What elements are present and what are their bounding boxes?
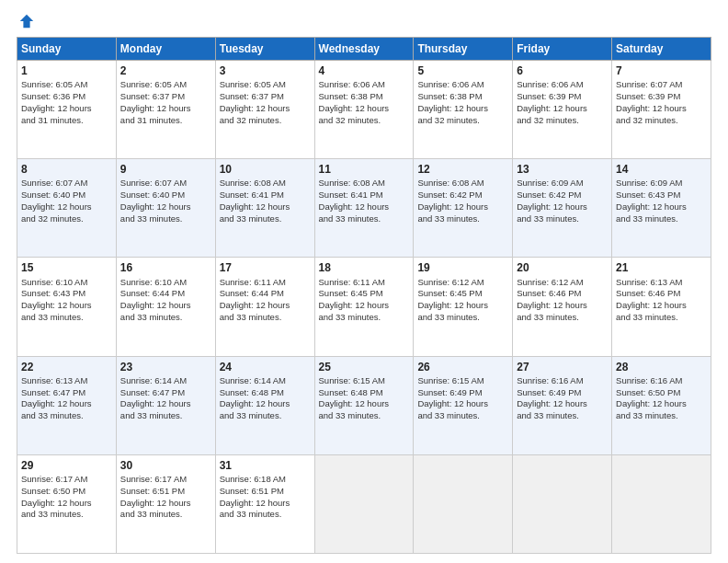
sunrise-text: Sunrise: 6:16 AM [517, 375, 583, 385]
sunset-text: Sunset: 6:39 PM [616, 91, 680, 101]
day-number: 11 [319, 162, 410, 177]
calendar-cell: 7 Sunrise: 6:07 AM Sunset: 6:39 PM Dayli… [612, 61, 711, 159]
sunset-text: Sunset: 6:49 PM [417, 387, 482, 397]
day-header-wednesday: Wednesday [314, 38, 414, 61]
daylight-minutes: and 32 minutes. [616, 115, 678, 125]
daylight-minutes: and 33 minutes. [616, 312, 678, 322]
day-number: 1 [21, 63, 112, 78]
day-number: 24 [220, 360, 311, 374]
daylight-text: Daylight: 12 hours [220, 398, 290, 408]
sunset-text: Sunset: 6:45 PM [417, 288, 482, 298]
day-number: 15 [21, 260, 112, 275]
day-number: 26 [417, 360, 508, 374]
calendar-cell: 2 Sunrise: 6:05 AM Sunset: 6:37 PM Dayli… [116, 61, 215, 159]
daylight-minutes: and 33 minutes. [616, 410, 678, 420]
calendar-cell: 5 Sunrise: 6:06 AM Sunset: 6:38 PM Dayli… [414, 61, 513, 159]
daylight-text: Daylight: 12 hours [21, 201, 92, 212]
sunset-text: Sunset: 6:42 PM [517, 190, 581, 200]
daylight-minutes: and 33 minutes. [220, 410, 282, 420]
daylight-text: Daylight: 12 hours [616, 300, 687, 310]
sunset-text: Sunset: 6:37 PM [220, 91, 284, 101]
sunset-text: Sunset: 6:43 PM [616, 190, 680, 200]
daylight-text: Daylight: 12 hours [120, 300, 191, 310]
daylight-text: Daylight: 12 hours [417, 398, 488, 408]
daylight-text: Daylight: 12 hours [21, 498, 92, 508]
sunrise-text: Sunrise: 6:06 AM [417, 79, 483, 89]
sunset-text: Sunset: 6:50 PM [21, 486, 85, 496]
day-number: 9 [120, 162, 211, 177]
header [17, 15, 711, 29]
calendar-cell: 15 Sunrise: 6:10 AM Sunset: 6:43 PM Dayl… [17, 258, 117, 356]
sunset-text: Sunset: 6:43 PM [21, 288, 85, 298]
daylight-text: Daylight: 12 hours [21, 300, 92, 310]
day-number: 17 [220, 260, 311, 275]
sunrise-text: Sunrise: 6:05 AM [220, 79, 286, 89]
daylight-minutes: and 32 minutes. [517, 115, 579, 125]
calendar-cell: 9 Sunrise: 6:07 AM Sunset: 6:40 PM Dayli… [116, 159, 215, 258]
sunrise-text: Sunrise: 6:16 AM [616, 375, 682, 385]
calendar-cell: 1 Sunrise: 6:05 AM Sunset: 6:36 PM Dayli… [17, 61, 117, 159]
daylight-minutes: and 32 minutes. [21, 213, 84, 224]
daylight-text: Daylight: 12 hours [417, 300, 488, 310]
sunrise-text: Sunrise: 6:13 AM [616, 277, 682, 287]
daylight-text: Daylight: 12 hours [21, 103, 92, 113]
daylight-minutes: and 33 minutes. [120, 410, 183, 420]
daylight-minutes: and 33 minutes. [220, 312, 282, 322]
daylight-text: Daylight: 12 hours [120, 398, 191, 408]
sunrise-text: Sunrise: 6:10 AM [120, 277, 187, 287]
sunrise-text: Sunrise: 6:15 AM [417, 375, 483, 385]
sunset-text: Sunset: 6:46 PM [517, 288, 581, 298]
calendar-cell: 6 Sunrise: 6:06 AM Sunset: 6:39 PM Dayli… [513, 61, 612, 159]
calendar-cell: 16 Sunrise: 6:10 AM Sunset: 6:44 PM Dayl… [116, 258, 215, 356]
sunrise-text: Sunrise: 6:09 AM [517, 178, 583, 188]
calendar-cell: 30 Sunrise: 6:17 AM Sunset: 6:51 PM Dayl… [116, 454, 215, 553]
sunrise-text: Sunrise: 6:11 AM [220, 277, 286, 287]
day-number: 20 [517, 260, 608, 275]
calendar-cell: 11 Sunrise: 6:08 AM Sunset: 6:41 PM Dayl… [314, 159, 414, 258]
calendar-cell: 8 Sunrise: 6:07 AM Sunset: 6:40 PM Dayli… [17, 159, 117, 258]
daylight-minutes: and 33 minutes. [417, 213, 480, 224]
sunrise-text: Sunrise: 6:14 AM [220, 375, 286, 385]
calendar-cell [314, 454, 414, 553]
daylight-minutes: and 33 minutes. [517, 410, 579, 420]
daylight-minutes: and 33 minutes. [21, 410, 84, 420]
sunrise-text: Sunrise: 6:08 AM [417, 178, 483, 188]
sunset-text: Sunset: 6:47 PM [21, 387, 85, 397]
logo [17, 15, 35, 29]
sunrise-text: Sunrise: 6:12 AM [517, 277, 583, 287]
sunset-text: Sunset: 6:36 PM [21, 91, 85, 101]
sunrise-text: Sunrise: 6:09 AM [616, 178, 682, 188]
daylight-minutes: and 31 minutes. [21, 115, 84, 125]
day-number: 4 [319, 63, 410, 78]
sunset-text: Sunset: 6:49 PM [517, 387, 581, 397]
page: SundayMondayTuesdayWednesdayThursdayFrid… [0, 0, 728, 563]
daylight-minutes: and 33 minutes. [319, 213, 381, 224]
daylight-text: Daylight: 12 hours [120, 201, 191, 212]
sunset-text: Sunset: 6:45 PM [319, 288, 383, 298]
calendar-cell [513, 454, 612, 553]
day-number: 16 [120, 260, 211, 275]
sunrise-text: Sunrise: 6:12 AM [417, 277, 483, 287]
sunrise-text: Sunrise: 6:06 AM [517, 79, 583, 89]
sunrise-text: Sunrise: 6:07 AM [616, 79, 682, 89]
daylight-text: Daylight: 12 hours [21, 398, 92, 408]
sunset-text: Sunset: 6:46 PM [616, 288, 680, 298]
calendar-cell: 17 Sunrise: 6:11 AM Sunset: 6:44 PM Dayl… [215, 258, 314, 356]
daylight-text: Daylight: 12 hours [616, 201, 687, 212]
daylight-text: Daylight: 12 hours [616, 398, 687, 408]
calendar-cell: 28 Sunrise: 6:16 AM Sunset: 6:50 PM Dayl… [612, 356, 711, 454]
calendar-cell: 12 Sunrise: 6:08 AM Sunset: 6:42 PM Dayl… [414, 159, 513, 258]
sunset-text: Sunset: 6:44 PM [120, 288, 185, 298]
day-number: 2 [120, 63, 211, 78]
calendar: SundayMondayTuesdayWednesdayThursdayFrid… [17, 37, 711, 554]
calendar-cell: 13 Sunrise: 6:09 AM Sunset: 6:42 PM Dayl… [513, 159, 612, 258]
day-number: 8 [21, 162, 112, 177]
daylight-text: Daylight: 12 hours [517, 201, 587, 212]
calendar-cell: 26 Sunrise: 6:15 AM Sunset: 6:49 PM Dayl… [414, 356, 513, 454]
day-number: 31 [220, 458, 311, 473]
sunset-text: Sunset: 6:47 PM [120, 387, 185, 397]
daylight-text: Daylight: 12 hours [120, 498, 191, 508]
calendar-cell [612, 454, 711, 553]
day-number: 3 [220, 63, 311, 78]
sunrise-text: Sunrise: 6:10 AM [21, 277, 87, 287]
